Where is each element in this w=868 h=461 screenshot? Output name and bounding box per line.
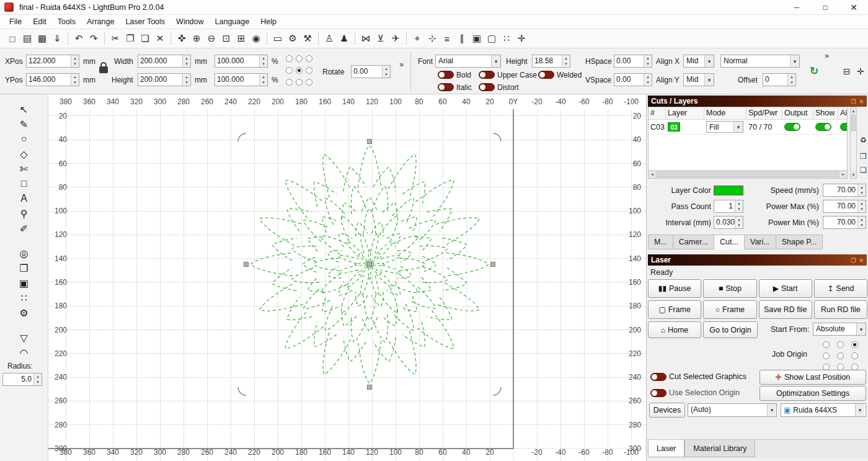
pause-button[interactable]: ▮▮Pause <box>648 279 701 298</box>
redo-icon[interactable]: ↷ <box>87 31 100 46</box>
show-toggle[interactable] <box>815 123 831 131</box>
draw-lines-tool[interactable]: ✎ <box>13 117 35 132</box>
job-origin-radio-0[interactable] <box>823 341 830 348</box>
select-tool[interactable]: ↖ <box>13 102 35 117</box>
menu-item-language[interactable]: Language <box>210 15 255 29</box>
polygon-outline-tool[interactable]: ▽ <box>13 330 35 345</box>
layout-icon[interactable]: ⊟ <box>843 66 851 76</box>
text-tool[interactable]: A <box>13 191 35 206</box>
mirror-horizontal-icon[interactable]: ⋈ <box>359 31 373 46</box>
job-origin-radio-4[interactable] <box>837 352 844 359</box>
zoom-in-icon[interactable]: ⊕ <box>190 31 203 46</box>
layer-list-vscrollbar[interactable]: ▲ ▼ <box>850 107 857 179</box>
panel-tab-vari[interactable]: Vari... <box>745 235 776 249</box>
hscroll-right-arrow[interactable]: ▸ <box>839 171 847 178</box>
anchor-radio-6[interactable] <box>286 79 293 86</box>
vscroll-down-arrow[interactable]: ▼ <box>851 171 856 178</box>
align-y-dropdown[interactable]: Mid▾ <box>683 73 714 86</box>
radius-spinner[interactable]: ▲▼ <box>33 374 42 385</box>
xpos-input[interactable]: 122.000▲▼ <box>26 55 79 68</box>
job-origin-radio-1[interactable] <box>837 341 844 348</box>
rectangle-tool[interactable]: □ <box>13 176 35 191</box>
interval-input[interactable]: 0.030▲▼ <box>714 216 743 229</box>
panel-tab-camer[interactable]: Camer... <box>673 235 714 249</box>
aspect-lock-icon[interactable] <box>99 66 108 73</box>
stop-button[interactable]: ■Stop <box>703 279 756 298</box>
layer-list-hscrollbar[interactable]: ◂ ▸ <box>649 170 847 178</box>
crosshair-icon[interactable]: ✛ <box>857 66 864 76</box>
radius-input[interactable]: 5.0▲▼ <box>2 373 42 386</box>
rotate-spinner[interactable]: ▲▼ <box>382 66 390 78</box>
layer-color-swatch[interactable] <box>714 186 743 195</box>
panel-tab-cut[interactable]: Cut... <box>714 235 745 249</box>
width-spinner[interactable]: ▲▼ <box>182 55 190 67</box>
use-selection-origin-toggle[interactable] <box>650 389 666 397</box>
bottom-tab-laser[interactable]: Laser <box>648 440 684 457</box>
duplicate-tool[interactable]: ❐ <box>13 261 35 275</box>
height-spinner[interactable]: ▲▼ <box>182 74 190 86</box>
measure-tool[interactable]: ✐ <box>13 221 35 236</box>
undo-icon[interactable]: ↶ <box>72 31 86 46</box>
ypos-spinner[interactable]: ▲▼ <box>71 74 79 86</box>
float-panel-icon[interactable]: ❐ <box>851 257 856 264</box>
hspace-spinner[interactable]: ▲▼ <box>644 55 652 67</box>
zoom-page-icon[interactable]: ⊡ <box>219 31 233 46</box>
camera-icon[interactable]: ◉ <box>249 31 263 46</box>
hscroll-thumb[interactable] <box>657 171 838 177</box>
selection-handle[interactable] <box>368 385 372 390</box>
close-panel-icon[interactable]: ✕ <box>859 257 864 264</box>
pass-count-input[interactable]: 1▲▼ <box>714 200 743 213</box>
hscroll-left-arrow[interactable]: ◂ <box>649 171 657 178</box>
update-icon[interactable]: ↻ <box>810 65 818 78</box>
new-file-icon[interactable]: □ <box>6 31 19 46</box>
move-to-origin-icon[interactable]: ⌖ <box>410 31 424 46</box>
show-last-position-button[interactable]: ✛ Show Last Position <box>760 370 866 385</box>
rotate-input[interactable]: 0.00▲▼ <box>351 65 391 78</box>
anchor-radio-0[interactable] <box>286 55 293 62</box>
font-dropdown[interactable]: Arial▾ <box>435 55 501 68</box>
rotate-handle[interactable] <box>493 387 501 395</box>
run-rd-button[interactable]: Run RD file <box>814 300 867 319</box>
power-min-spinner[interactable]: ▲▼ <box>857 217 866 228</box>
user-origin-2-icon[interactable]: ♟ <box>337 31 351 46</box>
home-button[interactable]: ⌂ Home <box>648 321 701 338</box>
layer-color-badge[interactable]: 03 <box>668 122 680 132</box>
offset-input[interactable]: 0▲▼ <box>763 73 796 86</box>
offset-shapes-tool[interactable]: ◎ <box>13 246 35 261</box>
preview-icon[interactable]: ▭ <box>271 31 285 46</box>
overflow-chevron-2[interactable]: » <box>825 51 829 60</box>
interval-spinner[interactable]: ▲▼ <box>735 217 743 228</box>
power-max-spinner[interactable]: ▲▼ <box>857 200 866 212</box>
anchor-radio-1[interactable] <box>296 55 303 62</box>
selection-handle[interactable] <box>244 262 249 267</box>
distribute-icon[interactable]: ∥ <box>455 31 469 46</box>
layer-row[interactable]: C03 03 Fill▾ 70 / 70 <box>649 120 847 135</box>
send-button[interactable]: ↥Send <box>814 279 867 298</box>
paste-layer-icon[interactable]: ❏ <box>859 165 868 175</box>
weld-shapes-tool[interactable]: ▣ <box>13 275 35 290</box>
zoom-out-icon[interactable]: ⊖ <box>205 31 218 46</box>
upper-case-toggle[interactable] <box>479 71 495 79</box>
open-file-icon[interactable]: ▤ <box>20 31 34 46</box>
air-toggle[interactable] <box>840 123 848 131</box>
menu-item-tools[interactable]: Tools <box>52 15 81 29</box>
menu-item-arrange[interactable]: Arrange <box>81 15 120 29</box>
delete-icon[interactable]: ✕ <box>153 31 167 46</box>
float-panel-icon[interactable]: ❐ <box>851 99 856 105</box>
array-icon[interactable]: ∷ <box>500 31 513 46</box>
job-origin-radio-7[interactable] <box>837 364 844 370</box>
settings-gear-icon[interactable]: ⚙ <box>286 31 299 46</box>
paste-icon[interactable]: ❏ <box>138 31 152 46</box>
anchor-radio-2[interactable] <box>306 55 312 62</box>
pattern-tool[interactable]: ⚙ <box>13 305 35 320</box>
frame-selection-icon[interactable]: ⊞ <box>234 31 248 46</box>
laser-pointer-icon[interactable]: ✈ <box>389 31 402 46</box>
save-rd-button[interactable]: Save RD file <box>759 300 812 319</box>
canvas-area[interactable]: 3803803603603403403203203003002802802602… <box>48 94 646 461</box>
vspace-input[interactable]: 0.00▲▼ <box>614 73 652 86</box>
goto-origin-button[interactable]: Go to Origin <box>703 321 758 338</box>
pan-icon[interactable]: ✜ <box>175 31 188 46</box>
machine-tools-icon[interactable]: ⚒ <box>301 31 314 46</box>
move-laser-icon[interactable]: ⊹ <box>425 31 439 46</box>
node-edit-tool[interactable]: ⚲ <box>13 206 35 221</box>
